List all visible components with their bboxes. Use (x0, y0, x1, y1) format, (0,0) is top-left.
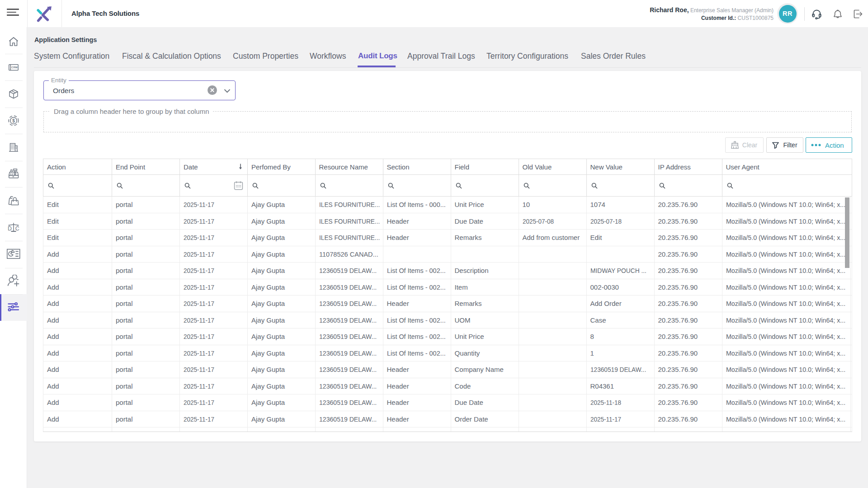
svg-text:$: $ (12, 118, 15, 123)
svg-text:CRM: CRM (11, 66, 18, 69)
svg-text:C: C (15, 225, 19, 232)
svg-text:D: D (8, 225, 12, 232)
